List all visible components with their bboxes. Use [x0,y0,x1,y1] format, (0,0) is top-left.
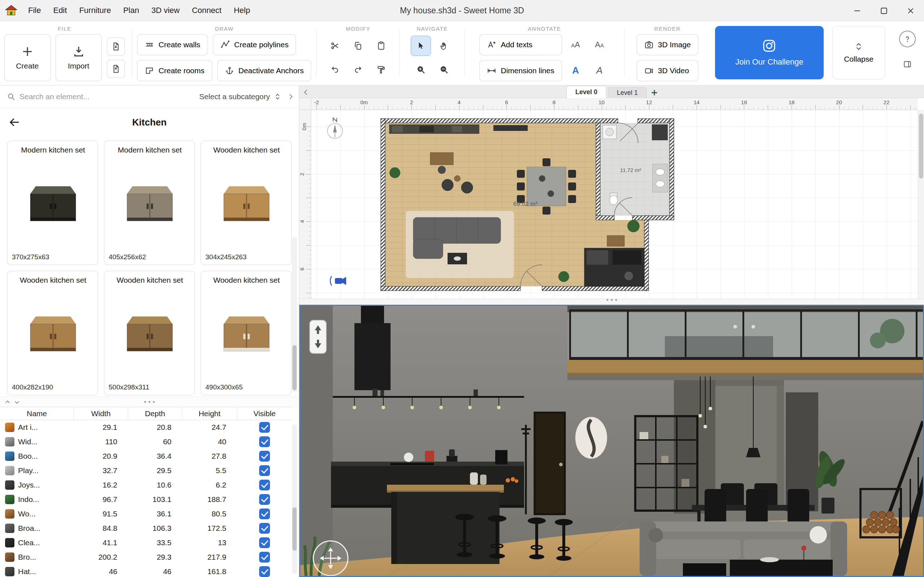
elevation-control[interactable] [310,320,326,353]
plan-plant[interactable] [627,220,640,232]
create-rooms-button[interactable]: Create rooms [137,60,212,81]
catalog-splitter[interactable] [0,397,299,407]
collapse-toolbar-button[interactable]: Collapse [832,26,885,79]
camera-observer-icon[interactable] [330,276,346,285]
scrollbar-thumb[interactable] [292,508,297,551]
table-column-header[interactable]: Depth [128,407,182,420]
catalog-item[interactable]: Wooden kitchen set 304x245x263 [201,141,292,265]
visible-checkbox[interactable] [259,566,270,577]
import-button[interactable]: Import [56,34,102,81]
plan-3d-splitter[interactable] [299,298,924,305]
table-row[interactable]: Clea... 41.1 33.5 13 [0,535,292,550]
splitter-handle[interactable] [606,299,617,301]
plan-coffee-table[interactable] [447,253,467,264]
plan-vertical-scrollbar[interactable] [918,110,924,298]
maximize-button[interactable] [871,0,897,21]
create-3d-image-button[interactable]: 3D Image [637,34,698,55]
menu-help[interactable]: Help [229,3,255,17]
visible-checkbox[interactable] [259,480,270,490]
visible-checkbox[interactable] [259,436,270,447]
undo-button[interactable] [325,60,345,80]
subcategory-select[interactable]: Select a subcategory [199,92,282,102]
table-row[interactable]: Broa... 84.8 106.3 172.5 [0,521,292,535]
menu-connect[interactable]: Connect [187,3,227,17]
scrollbar-thumb[interactable] [292,345,297,390]
level-tab-0[interactable]: Level 0 [566,86,606,98]
plan-tv-bench[interactable] [493,125,528,131]
visible-checkbox[interactable] [259,494,270,505]
help-button[interactable] [899,31,916,47]
catalog-item[interactable]: Wooden kitchen set 500x298x311 [104,271,195,395]
minimize-button[interactable] [844,0,871,21]
table-column-header[interactable]: Width [74,407,128,420]
close-button[interactable] [897,0,924,21]
toggle-panel-button[interactable] [897,54,918,74]
zoom-out-button[interactable] [434,60,454,80]
add-texts-button[interactable]: Add texts [479,34,562,55]
table-scrollbar[interactable] [292,424,297,574]
view-3d[interactable] [299,305,924,577]
table-row[interactable]: Indo... 96.7 103.1 188.7 [0,492,292,507]
cut-button[interactable] [325,36,345,56]
visible-checkbox[interactable] [259,508,270,519]
zoom-in-button[interactable] [411,60,431,80]
redo-button[interactable] [348,60,368,80]
create-polylines-button[interactable]: Create polylines [213,34,296,55]
catalog-item[interactable]: Wooden kitchen set 490x300x65 [201,271,292,395]
search-input[interactable] [19,92,128,101]
table-row[interactable]: Boo... 20.9 36.4 27.8 [0,449,292,463]
table-column-header[interactable]: Visible [237,407,292,420]
scrollbar-thumb[interactable] [919,114,923,179]
plan-plant[interactable] [558,271,569,282]
bold-style-button[interactable]: A [565,61,586,81]
visible-checkbox[interactable] [259,537,270,548]
table-row[interactable]: Bro... 200.2 29.3 217.9 [0,550,292,564]
menu-file[interactable]: File [23,3,46,17]
paste-button[interactable] [371,36,391,56]
table-row[interactable]: Hat... 46 46 161.8 [0,564,292,577]
catalog-item[interactable]: Wooden kitchen set 400x282x190 [7,271,98,395]
export-library-button[interactable] [107,60,125,78]
menu-edit[interactable]: Edit [48,3,72,17]
dimension-lines-button[interactable]: Dimension lines [479,60,562,81]
table-row[interactable]: Joys... 16.2 10.6 6.2 [0,478,292,492]
visible-checkbox[interactable] [259,552,270,562]
catalog-scrollbar[interactable] [292,237,297,392]
back-button[interactable] [4,112,24,132]
create-button[interactable]: Create [4,34,50,81]
splitter-handle[interactable] [144,401,155,403]
copy-button[interactable] [348,36,368,56]
plan-kitchen-counter[interactable] [389,124,479,134]
plan-plant[interactable] [389,167,400,178]
table-row[interactable]: Play... 32.7 29.5 5.5 [0,463,292,478]
chevron-right-icon[interactable] [286,92,295,102]
pan-tool-button[interactable] [434,36,454,56]
table-row[interactable]: Wo... 91.5 36.1 80.5 [0,507,292,521]
increase-text-size-button[interactable]: AA [590,35,610,55]
chevron-left-icon[interactable] [301,88,311,97]
chevron-down-icon[interactable] [12,397,22,407]
select-tool-button[interactable] [411,36,431,56]
plan-canvas[interactable]: 69.02 m² 11.72 m² [311,110,918,298]
import-library-button[interactable] [107,37,125,56]
chevron-up-icon[interactable] [3,397,12,407]
compass-icon[interactable] [327,118,342,139]
deactivate-anchors-button[interactable]: Deactivate Anchors [217,60,312,81]
catalog-item[interactable]: Modern kitchen set 370x275x63 [7,141,98,265]
dpad-control[interactable] [313,541,348,575]
join-challenge-button[interactable]: Join Our Challenge [715,26,824,79]
table-row[interactable]: Wid... 110 60 40 [0,435,292,449]
create-walls-button[interactable]: Create walls [137,34,208,55]
catalog-item[interactable]: Modern kitchen set 405x256x62 [104,141,195,265]
decrease-text-size-button[interactable]: AA [565,35,586,55]
add-level-button[interactable] [648,87,661,98]
table-column-header[interactable]: Name [0,407,74,420]
paste-style-button[interactable] [371,60,391,80]
visible-checkbox[interactable] [259,422,270,433]
visible-checkbox[interactable] [259,523,270,534]
level-tab-1[interactable]: Level 1 [608,87,647,98]
create-3d-video-button[interactable]: 3D Video [637,60,698,81]
visible-checkbox[interactable] [259,451,270,462]
table-row[interactable]: Art i... 29.1 20.8 24.7 [0,420,292,435]
menu-plan[interactable]: Plan [118,3,144,17]
